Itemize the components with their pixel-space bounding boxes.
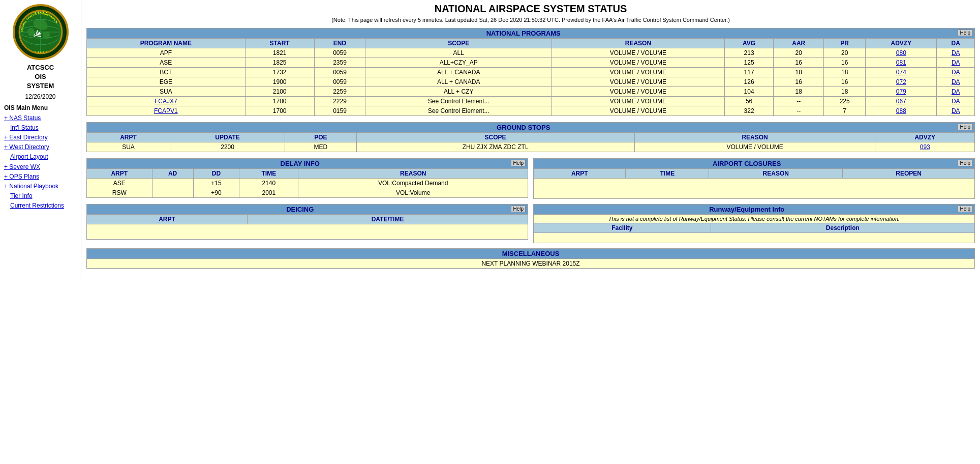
- cell-advzy[interactable]: 080: [866, 48, 937, 58]
- da-link[interactable]: DA: [952, 98, 960, 105]
- airport-closures-body: [534, 179, 975, 199]
- da-link[interactable]: DA: [952, 78, 960, 85]
- advzy-link[interactable]: 074: [896, 69, 906, 76]
- delay-info-title: DELAY INFO Help: [87, 159, 528, 169]
- ground-stops-table: GROUND STOPS Help ARPT UPDATE POE SCOPE …: [86, 122, 975, 152]
- miscellaneous-table: MISCELLANEOUS NEXT PLANNING WEBINAR 2015…: [86, 248, 975, 269]
- advzy-link[interactable]: 088: [896, 107, 906, 114]
- delay-info-section: DELAY INFO Help ARPT AD DD TIME REASON A…: [86, 158, 528, 199]
- nav-nas-status[interactable]: + NAS Status: [4, 113, 79, 123]
- cell-da[interactable]: DA: [937, 97, 975, 106]
- cell-da[interactable]: DA: [937, 87, 975, 97]
- table-row: EGE 1900 0059 ALL + CANADA VOLUME / VOLU…: [87, 77, 975, 87]
- cell-avg: 322: [724, 106, 773, 116]
- national-programs-title: NATIONAL PROGRAMS Help: [87, 28, 975, 39]
- cell-reason: VOLUME / VOLUME: [552, 77, 724, 87]
- cell-dd: +15: [193, 179, 239, 188]
- cell-advzy[interactable]: 074: [866, 68, 937, 77]
- deicing-title: DEICING Help: [87, 205, 528, 215]
- cell-start: 1732: [245, 68, 314, 77]
- col-start: START: [245, 39, 314, 48]
- runway-equipment-title: Runway/Equipment Info Help: [534, 205, 975, 215]
- nav-current-restrictions[interactable]: Current Restrictions: [4, 201, 79, 211]
- nav-national-playbook[interactable]: + National Playbook: [4, 182, 79, 191]
- delay-closure-row: DELAY INFO Help ARPT AD DD TIME REASON A…: [86, 158, 975, 199]
- table-row: APF 1821 0059 ALL VOLUME / VOLUME 213 20…: [87, 48, 975, 58]
- cell-reason: VOLUME / VOLUME: [552, 106, 724, 116]
- deicing-help[interactable]: Help: [511, 206, 526, 212]
- col-advzy: ADVZY: [866, 39, 937, 48]
- table-row: ASE 1825 2359 ALL+CZY_AP VOLUME / VOLUME…: [87, 58, 975, 68]
- advzy-link[interactable]: 080: [896, 49, 906, 56]
- advzy-link[interactable]: 081: [896, 59, 906, 66]
- airport-closures-help[interactable]: Help: [958, 160, 972, 166]
- di-col-arpt: ARPT: [87, 169, 152, 179]
- col-avg: AVG: [724, 39, 773, 48]
- gs-col-reason: REASON: [634, 133, 875, 142]
- cell-aar: --: [774, 97, 824, 106]
- runway-equipment-help[interactable]: Help: [958, 206, 972, 212]
- cell-aar: 20: [774, 48, 824, 58]
- nav-west-directory[interactable]: + West Directory: [4, 142, 79, 152]
- cell-da[interactable]: DA: [937, 68, 975, 77]
- cell-da[interactable]: DA: [937, 106, 975, 116]
- cell-da[interactable]: DA: [937, 58, 975, 68]
- cell-advzy[interactable]: 067: [866, 97, 937, 106]
- runway-equipment-body: [534, 233, 975, 243]
- ground-stops-header: GROUND STOPS Help: [87, 123, 975, 133]
- cell-da[interactable]: DA: [937, 48, 975, 58]
- da-link[interactable]: DA: [952, 49, 960, 56]
- cell-da[interactable]: DA: [937, 77, 975, 87]
- col-program-name: PROGRAM NAME: [87, 39, 246, 48]
- nav-ops-plans[interactable]: + OPS Plans: [4, 172, 79, 182]
- nav-severe-wx[interactable]: + Severe WX: [4, 162, 79, 172]
- cell-advzy[interactable]: 079: [866, 87, 937, 97]
- cell-ad: [152, 188, 193, 198]
- cell-advzy[interactable]: 081: [866, 58, 937, 68]
- cell-name[interactable]: FCAJX7: [87, 97, 246, 106]
- airport-closures-col-headers: ARPT TIME REASON REOPEN: [534, 169, 975, 179]
- ac-col-reason: REASON: [709, 169, 843, 179]
- cell-advzy[interactable]: 088: [866, 106, 937, 116]
- table-row: BCT 1732 0059 ALL + CANADA VOLUME / VOLU…: [87, 68, 975, 77]
- gs-advzy-link[interactable]: 093: [920, 143, 930, 151]
- di-col-reason: REASON: [298, 169, 528, 179]
- nav-airport-layout[interactable]: Airport Layout: [4, 152, 79, 162]
- nav-tier-info[interactable]: Tier Info: [4, 191, 79, 201]
- da-link[interactable]: DA: [952, 107, 960, 114]
- nav-east-directory[interactable]: + East Directory: [4, 133, 79, 142]
- cell-start: 1700: [245, 97, 314, 106]
- advzy-link[interactable]: 079: [896, 88, 906, 95]
- deicing-col-headers: ARPT DATE/TIME: [87, 215, 528, 224]
- program-name-link[interactable]: FCAJX7: [155, 98, 177, 105]
- advzy-link[interactable]: 072: [896, 78, 906, 85]
- miscellaneous-title: MISCELLANEOUS: [87, 249, 975, 259]
- table-row: RSW +90 2001 VOL:Volume: [87, 188, 528, 198]
- nav-intl-status[interactable]: Int'l Status: [4, 123, 79, 133]
- main-content: NATIONAL AIRSPACE SYSTEM STATUS (Note: T…: [81, 0, 980, 278]
- cell-advzy[interactable]: 072: [866, 77, 937, 87]
- cell-scope: ALL + CANADA: [365, 68, 552, 77]
- national-programs-help[interactable]: Help: [958, 30, 972, 36]
- da-link[interactable]: DA: [952, 69, 960, 76]
- col-end: END: [314, 39, 365, 48]
- deicing-runway-row: DEICING Help ARPT DATE/TIME Runway/Equip…: [86, 204, 975, 243]
- cell-advzy[interactable]: 093: [875, 142, 975, 152]
- sidebar: ★ ★ ★ ★ ★ ★ ★ ★ ★ ★ FEDERAL AVIATION ADM…: [0, 0, 81, 278]
- col-scope: SCOPE: [365, 39, 552, 48]
- table-row: ASE +15 2140 VOL:Compacted Demand: [87, 179, 528, 188]
- ground-stops-body: SUA 2200 MED ZHU ZJX ZMA ZDC ZTL VOLUME …: [87, 142, 975, 152]
- delay-info-help[interactable]: Help: [511, 160, 526, 166]
- da-link[interactable]: DA: [952, 59, 960, 66]
- cell-reason: VOLUME / VOLUME: [552, 58, 724, 68]
- advzy-link[interactable]: 067: [896, 98, 906, 105]
- miscellaneous-header: MISCELLANEOUS: [87, 249, 975, 259]
- gs-col-arpt: ARPT: [87, 133, 170, 142]
- da-link[interactable]: DA: [952, 88, 960, 95]
- table-row: FCAJX7 1700 2229 See Control Element... …: [87, 97, 975, 106]
- deicing-col-datetime: DATE/TIME: [248, 215, 528, 224]
- ground-stops-help[interactable]: Help: [958, 124, 972, 130]
- cell-name[interactable]: FCAPV1: [87, 106, 246, 116]
- program-name-link[interactable]: FCAPV1: [154, 107, 178, 114]
- cell-scope: See Control Element...: [365, 106, 552, 116]
